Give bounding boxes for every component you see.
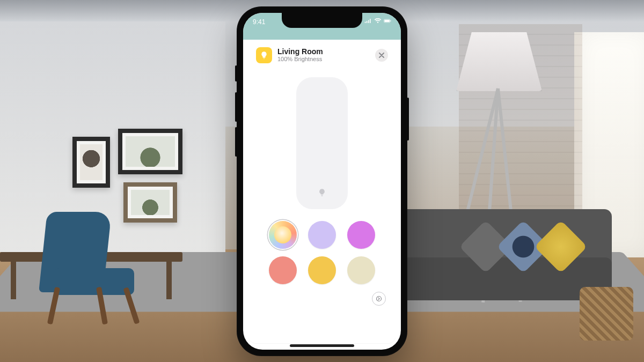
- swatch-magenta[interactable]: [347, 221, 375, 249]
- brightness-label: 100% Brightness: [277, 56, 370, 63]
- close-button[interactable]: [375, 49, 388, 62]
- room-name: Living Room: [277, 47, 370, 56]
- phone-frame: 9:41 Living Room 100% Brightness: [237, 6, 407, 356]
- close-icon: [379, 53, 384, 58]
- swatch-lavender[interactable]: [308, 221, 336, 249]
- accessory-card: Living Room 100% Brightness: [248, 40, 396, 343]
- svg-rect-1: [384, 19, 389, 21]
- chevron-right-icon: [376, 295, 382, 302]
- status-icons: [364, 18, 391, 24]
- color-swatches: [248, 209, 396, 284]
- swatch-coral[interactable]: [269, 256, 297, 284]
- card-header: Living Room 100% Brightness: [248, 40, 396, 68]
- wifi-icon: [374, 18, 382, 24]
- phone-notch: [282, 13, 362, 28]
- svg-point-3: [377, 296, 382, 301]
- signal-icon: [364, 18, 372, 24]
- bulb-outline-icon: [317, 188, 327, 200]
- status-time: 9:41: [253, 18, 265, 26]
- bulb-icon: [256, 47, 272, 63]
- home-indicator[interactable]: [290, 344, 354, 347]
- swatch-gold[interactable]: [308, 256, 336, 284]
- svg-rect-2: [390, 20, 391, 21]
- swatch-color-wheel[interactable]: [269, 221, 297, 249]
- brightness-slider[interactable]: [296, 77, 348, 209]
- swatch-warm-white[interactable]: [347, 256, 375, 284]
- more-button[interactable]: [372, 292, 386, 306]
- phone-screen: 9:41 Living Room 100% Brightness: [243, 13, 401, 350]
- battery-icon: [384, 18, 391, 24]
